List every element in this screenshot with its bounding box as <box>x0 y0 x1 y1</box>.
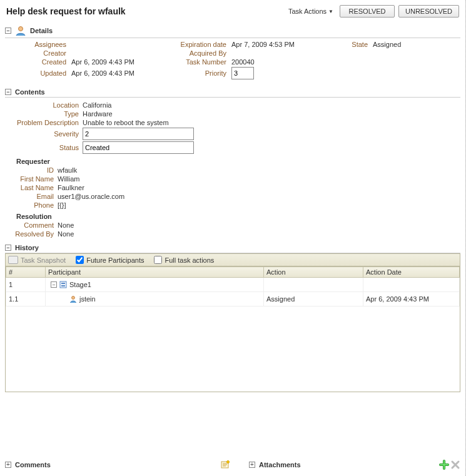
row-action: Assigned <box>264 292 363 306</box>
full-task-actions-input[interactable] <box>154 256 162 264</box>
location-value: California <box>83 101 111 109</box>
contents-section-header: − Contents <box>5 88 460 98</box>
camera-icon <box>8 256 18 264</box>
table-row: 1 − Stage1 <box>6 278 460 292</box>
svg-rect-3 <box>61 285 65 286</box>
id-label: ID <box>5 166 58 174</box>
collapse-icon[interactable]: − <box>5 28 11 34</box>
user-icon <box>69 295 77 303</box>
collapse-icon[interactable]: − <box>5 245 11 251</box>
severity-input[interactable] <box>83 128 194 140</box>
table-row: 1.1 jstein Assigned Apr 6, 2009 4:43 PM <box>6 292 460 306</box>
collapse-icon[interactable]: − <box>51 281 57 288</box>
history-toolbar: Task Snapshot Future Participants Full t… <box>5 253 460 266</box>
add-attachment-icon[interactable] <box>439 460 449 470</box>
type-label: Type <box>5 110 83 118</box>
task-actions-label: Task Actions <box>288 8 327 15</box>
comment-value: None <box>58 221 74 229</box>
comment-label: Comment <box>5 221 58 229</box>
problem-description-label: Problem Description <box>5 119 83 126</box>
phone-value: [{}] <box>58 201 66 209</box>
created-label: Created <box>16 58 66 66</box>
acquired-by-label: Acquired By <box>164 49 226 57</box>
first-name-label: First Name <box>5 175 58 183</box>
comments-heading: Comments <box>15 461 51 468</box>
location-label: Location <box>5 101 83 109</box>
phone-label: Phone <box>5 201 58 209</box>
col-action-date-header[interactable]: Action Date <box>363 267 460 278</box>
full-task-actions-label: Full task actions <box>165 256 214 264</box>
email-label: Email <box>5 193 58 200</box>
assignees-label: Assignees <box>16 41 66 48</box>
email-value: user1@us.oracle.com <box>58 193 124 200</box>
expiration-date-label: Expiration date <box>164 41 226 48</box>
footer-sections: + Comments + Attachments <box>5 460 460 470</box>
contents-heading: Contents <box>15 88 45 96</box>
created-value: Apr 6, 2009 4:43 PM <box>71 58 159 66</box>
row-participant: jstein <box>79 295 96 303</box>
priority-input[interactable] <box>231 67 254 79</box>
resolved-button[interactable]: RESOLVED <box>340 5 395 18</box>
history-table: # Participant Action Action Date 1 − <box>6 266 460 306</box>
future-participants-input[interactable] <box>76 256 84 264</box>
col-action-header[interactable]: Action <box>264 267 363 278</box>
delete-attachment-icon[interactable] <box>450 460 460 470</box>
expand-icon[interactable]: + <box>5 462 11 468</box>
user-icon <box>15 25 26 36</box>
history-heading: History <box>15 244 39 251</box>
attachments-heading: Attachments <box>259 461 301 468</box>
row-action <box>264 278 363 292</box>
type-value: Hardware <box>83 110 113 118</box>
row-num: 1 <box>6 278 46 292</box>
future-participants-checkbox[interactable]: Future Participants <box>76 256 144 264</box>
creator-label: Creator <box>16 49 66 57</box>
history-section-header: − History <box>5 244 460 253</box>
row-participant: Stage1 <box>69 281 91 288</box>
resolution-heading: Resolution <box>16 213 460 220</box>
updated-label: Updated <box>16 69 66 77</box>
history-table-container: # Participant Action Action Date 1 − <box>5 266 460 392</box>
state-value: Assigned <box>373 41 448 48</box>
row-action-date: Apr 6, 2009 4:43 PM <box>363 292 460 306</box>
stage-icon <box>59 281 67 288</box>
details-heading: Details <box>30 27 53 34</box>
task-snapshot-label: Task Snapshot <box>21 256 66 264</box>
contents-block: LocationCalifornia TypeHardware Problem … <box>5 98 460 238</box>
task-number-label: Task Number <box>164 58 226 66</box>
problem-description-value: Unable to reboot the system <box>83 119 169 126</box>
task-snapshot-button[interactable]: Task Snapshot <box>8 256 66 264</box>
expand-icon[interactable]: + <box>249 462 255 468</box>
priority-label: Priority <box>164 69 226 77</box>
svg-point-4 <box>72 296 75 300</box>
status-input[interactable] <box>83 141 194 154</box>
requester-heading: Requester <box>16 158 460 165</box>
row-action-date <box>363 278 460 292</box>
header-bar: Help desk request for wfaulk Task Action… <box>5 4 460 21</box>
chevron-down-icon: ▼ <box>328 9 333 14</box>
full-task-actions-checkbox[interactable]: Full task actions <box>154 256 214 264</box>
col-participant-header[interactable]: Participant <box>46 267 264 278</box>
state-label: State <box>337 41 368 48</box>
last-name-value: Faulkner <box>58 184 84 191</box>
expiration-date-value: Apr 7, 2009 4:53 PM <box>231 41 332 48</box>
collapse-icon[interactable]: − <box>5 89 11 95</box>
task-number-value: 200040 <box>231 58 332 66</box>
status-label: Status <box>5 144 83 151</box>
page-title: Help desk request for wfaulk <box>6 6 126 16</box>
unresolved-button[interactable]: UNRESOLVED <box>398 5 459 18</box>
svg-rect-1 <box>60 281 66 288</box>
resolved-by-value: None <box>58 230 74 238</box>
svg-point-0 <box>19 27 23 31</box>
row-num: 1.1 <box>6 292 46 306</box>
svg-rect-2 <box>61 283 65 284</box>
severity-label: Severity <box>5 130 83 138</box>
last-name-label: Last Name <box>5 184 58 191</box>
col-num-header[interactable]: # <box>6 267 46 278</box>
resolved-by-label: Resolved By <box>5 230 58 238</box>
id-value: wfaulk <box>58 166 77 174</box>
details-section-header: − Details <box>5 25 460 38</box>
future-participants-label: Future Participants <box>86 256 144 264</box>
add-comment-icon[interactable] <box>220 460 230 470</box>
svg-point-6 <box>227 461 230 463</box>
task-actions-menu[interactable]: Task Actions ▼ <box>288 8 333 15</box>
